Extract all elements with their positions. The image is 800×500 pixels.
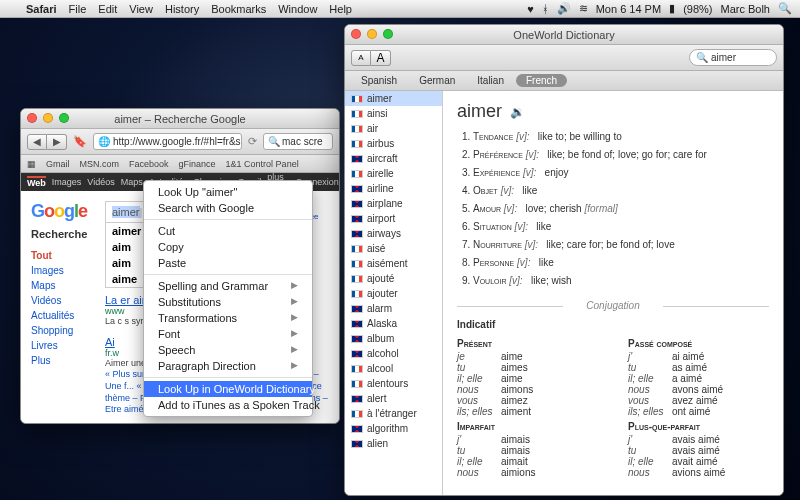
senses-list: Tendance [v]: like to; be willing toPréf… bbox=[473, 128, 769, 290]
forward-button[interactable]: ▶ bbox=[47, 134, 67, 150]
menu-window[interactable]: Window bbox=[278, 3, 317, 15]
user-menu[interactable]: Marc Bolh bbox=[720, 3, 770, 15]
word-list-item[interactable]: alcool bbox=[345, 361, 442, 376]
bookmark-item[interactable]: Gmail bbox=[46, 159, 70, 169]
ctx-search-google[interactable]: Search with Google bbox=[144, 200, 312, 216]
bookmark-item[interactable]: gFinance bbox=[179, 159, 216, 169]
bluetooth-icon[interactable]: ᚼ bbox=[542, 3, 549, 15]
ctx-font[interactable]: Font▶ bbox=[144, 326, 312, 342]
gbar-item[interactable]: Web bbox=[27, 176, 46, 188]
tab-italian[interactable]: Italian bbox=[467, 74, 514, 87]
ctx-substitutions[interactable]: Substitutions▶ bbox=[144, 294, 312, 310]
bookmark-button[interactable]: 🔖 bbox=[73, 135, 87, 148]
tab-spanish[interactable]: Spanish bbox=[351, 74, 407, 87]
leftnav-item[interactable]: Images bbox=[31, 263, 93, 278]
word-list-item[interactable]: algorithm bbox=[345, 421, 442, 436]
word-list-item[interactable]: air bbox=[345, 121, 442, 136]
ctx-paste[interactable]: Paste bbox=[144, 255, 312, 271]
word-list-item[interactable]: airbus bbox=[345, 136, 442, 151]
bookmark-item[interactable]: MSN.com bbox=[80, 159, 120, 169]
ctx-spelling[interactable]: Spelling and Grammar▶ bbox=[144, 278, 312, 294]
word-list-item[interactable]: alcohol bbox=[345, 346, 442, 361]
wifi-icon[interactable]: ≋ bbox=[579, 2, 588, 15]
leftnav-item[interactable]: Actualités bbox=[31, 308, 93, 323]
search-field[interactable]: 🔍 mac scre bbox=[263, 133, 333, 150]
gbar-item[interactable]: Vidéos bbox=[87, 177, 114, 187]
zoom-button[interactable] bbox=[59, 113, 69, 123]
leftnav-item[interactable]: Vidéos bbox=[31, 293, 93, 308]
word-list-item[interactable]: album bbox=[345, 331, 442, 346]
menu-history[interactable]: History bbox=[165, 3, 199, 15]
reload-button[interactable]: ⟳ bbox=[248, 135, 257, 148]
word-list-item[interactable]: aisément bbox=[345, 256, 442, 271]
word-list-item[interactable]: Alaska bbox=[345, 316, 442, 331]
word-list-item[interactable]: airelle bbox=[345, 166, 442, 181]
clock[interactable]: Mon 6 14 PM bbox=[596, 3, 661, 15]
pronounce-button[interactable]: 🔉 bbox=[510, 105, 525, 119]
back-button[interactable]: ◀ bbox=[27, 134, 47, 150]
ctx-speech[interactable]: Speech▶ bbox=[144, 342, 312, 358]
leftnav-item[interactable]: Maps bbox=[31, 278, 93, 293]
minimize-button[interactable] bbox=[367, 29, 377, 39]
word-list-item[interactable]: alarm bbox=[345, 301, 442, 316]
font-larger-button[interactable]: A bbox=[371, 50, 391, 66]
bookmark-item[interactable]: 1&1 Control Panel bbox=[226, 159, 299, 169]
word-list-item[interactable]: airplane bbox=[345, 196, 442, 211]
word-list-item[interactable]: aisé bbox=[345, 241, 442, 256]
leftnav-item[interactable]: Shopping bbox=[31, 323, 93, 338]
spotlight-icon[interactable]: 🔍 bbox=[778, 2, 792, 15]
tab-french[interactable]: French bbox=[516, 74, 567, 87]
menu-edit[interactable]: Edit bbox=[98, 3, 117, 15]
word-list-item[interactable]: airways bbox=[345, 226, 442, 241]
menuextra-icon[interactable]: ♥ bbox=[527, 3, 534, 15]
ctx-add-itunes[interactable]: Add to iTunes as a Spoken Track bbox=[144, 397, 312, 413]
word-list-item[interactable]: alentours bbox=[345, 376, 442, 391]
ctx-lookup[interactable]: Look Up "aimer" bbox=[144, 184, 312, 200]
address-field[interactable]: 🌐 http://www.google.fr/#hl=fr&sug… bbox=[93, 133, 242, 150]
word-list-item[interactable]: aimer bbox=[345, 91, 442, 106]
sound-icon[interactable]: 🔊 bbox=[557, 2, 571, 15]
bookmarks-icon[interactable]: ▦ bbox=[27, 159, 36, 169]
word-list-item[interactable]: alien bbox=[345, 436, 442, 451]
tab-german[interactable]: German bbox=[409, 74, 465, 87]
ctx-transformations[interactable]: Transformations▶ bbox=[144, 310, 312, 326]
close-button[interactable] bbox=[351, 29, 361, 39]
leftnav-item[interactable]: Plus bbox=[31, 353, 93, 368]
word-list-item[interactable]: ajouter bbox=[345, 286, 442, 301]
zoom-button[interactable] bbox=[383, 29, 393, 39]
word-list-item[interactable]: airline bbox=[345, 181, 442, 196]
dict-search-field[interactable]: 🔍 aimer bbox=[689, 49, 777, 66]
battery-icon[interactable]: ▮ bbox=[669, 2, 675, 15]
bookmark-item[interactable]: Facebook bbox=[129, 159, 169, 169]
conjugation-row: il; elleaime bbox=[457, 373, 598, 384]
leftnav-item[interactable]: Tout bbox=[31, 248, 93, 263]
menu-view[interactable]: View bbox=[129, 3, 153, 15]
word-list-item[interactable]: ainsi bbox=[345, 106, 442, 121]
menu-bookmarks[interactable]: Bookmarks bbox=[211, 3, 266, 15]
app-menu[interactable]: Safari bbox=[26, 3, 57, 15]
word-list-item[interactable]: alert bbox=[345, 391, 442, 406]
word-text: album bbox=[367, 333, 394, 344]
word-list-item[interactable]: aircraft bbox=[345, 151, 442, 166]
gbar-item[interactable]: Maps bbox=[121, 177, 143, 187]
safari-titlebar[interactable]: aimer – Recherche Google bbox=[21, 109, 339, 129]
font-smaller-button[interactable]: A bbox=[351, 50, 371, 66]
ctx-lookup-oneworld[interactable]: Look Up in OneWorld Dictionary bbox=[144, 381, 312, 397]
leftnav-item[interactable]: Livres bbox=[31, 338, 93, 353]
close-button[interactable] bbox=[27, 113, 37, 123]
menu-file[interactable]: File bbox=[69, 3, 87, 15]
minimize-button[interactable] bbox=[43, 113, 53, 123]
ctx-cut[interactable]: Cut bbox=[144, 223, 312, 239]
context-menu: Look Up "aimer" Search with Google Cut C… bbox=[143, 180, 313, 417]
gbar-item[interactable]: Images bbox=[52, 177, 82, 187]
ctx-copy[interactable]: Copy bbox=[144, 239, 312, 255]
ctx-paragraph[interactable]: Paragraph Direction▶ bbox=[144, 358, 312, 374]
google-logo[interactable]: Google bbox=[31, 201, 93, 222]
word-list-item[interactable]: à l'étranger bbox=[345, 406, 442, 421]
menu-help[interactable]: Help bbox=[329, 3, 352, 15]
word-list[interactable]: aimerainsiairairbusaircraftairelleairlin… bbox=[345, 91, 443, 495]
word-list-item[interactable]: ajouté bbox=[345, 271, 442, 286]
dict-titlebar[interactable]: OneWorld Dictionary bbox=[345, 25, 783, 45]
word-list-item[interactable]: airport bbox=[345, 211, 442, 226]
nav-buttons: ◀ ▶ bbox=[27, 134, 67, 150]
